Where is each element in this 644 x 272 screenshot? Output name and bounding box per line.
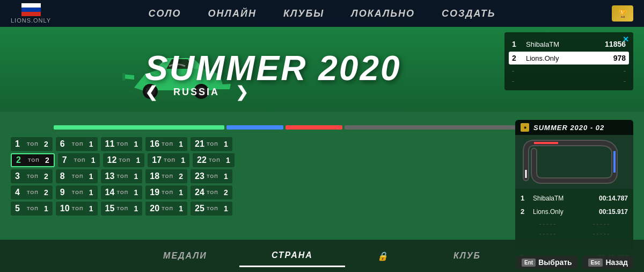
track-cell-17[interactable]: 17топ1 xyxy=(148,153,189,167)
score-dash-1: -- xyxy=(509,66,629,76)
race-result-2: 2 Lions.Only 00:15.917 xyxy=(517,205,631,218)
nav-items: СОЛО ОНЛАЙН КЛУБЫ ЛОКАЛЬНО СОЗДАТЬ xyxy=(148,8,495,19)
close-button[interactable]: ✕ xyxy=(623,35,629,44)
grid-row-2: 2топ2 7топ1 12топ1 17топ1 22топ1 xyxy=(11,153,515,167)
track-cell-5[interactable]: 5топ1 xyxy=(11,202,53,216)
profile-icon[interactable]: 🏆 xyxy=(612,5,633,22)
track-cell-11[interactable]: 11топ1 xyxy=(101,137,143,151)
progress-bar-red xyxy=(286,125,342,130)
rr-name-2: Lions.Only xyxy=(533,208,599,216)
track-cell-16[interactable]: 16топ1 xyxy=(145,137,187,151)
action-select[interactable]: Ent Выбрать xyxy=(516,256,577,269)
score-row-1: 1 ShibalaTM 11856 xyxy=(509,38,629,51)
track-cell-9[interactable]: 9топ1 xyxy=(56,185,98,199)
rr-name-1: ShibalaTM xyxy=(533,195,599,202)
race-panel-title: SUMMER 2020 - 02 xyxy=(533,124,604,132)
race-panel-header: ★ SUMMER 2020 - 02 xyxy=(515,120,633,135)
tab-locked: 🔒 xyxy=(345,246,421,267)
brand-label: LIONS.ONLY xyxy=(11,17,51,24)
tab-medals[interactable]: МЕДАЛИ xyxy=(131,246,239,266)
nav-create[interactable]: СОЗДАТЬ xyxy=(442,8,495,19)
tab-club-label: КЛУБ xyxy=(453,251,481,261)
track-name: RUSSIA xyxy=(173,87,219,98)
grid-row-4: 4топ2 9топ1 14топ1 19топ1 24топ2 xyxy=(11,185,515,199)
score-pos-2: 2 xyxy=(512,54,523,62)
score-dash-2: -- xyxy=(509,76,629,86)
race-result-1: 1 ShibalaTM 00:14.787 xyxy=(517,192,631,204)
lock-icon: 🔒 xyxy=(377,251,389,261)
select-label: Выбрать xyxy=(538,258,572,267)
track-cell-8[interactable]: 8топ1 xyxy=(56,169,98,183)
track-cell-3[interactable]: 3топ2 xyxy=(11,169,53,183)
next-track-button[interactable]: ❯ xyxy=(236,83,248,101)
track-cell-4[interactable]: 4топ2 xyxy=(11,185,53,199)
logo: LIONS.ONLY xyxy=(11,3,51,24)
nav-local[interactable]: ЛОКАЛЬНО xyxy=(351,8,415,19)
esc-key: Esc xyxy=(588,259,603,267)
action-back[interactable]: Esc Назад xyxy=(583,256,633,269)
track-cell-1[interactable]: 1топ2 xyxy=(11,137,53,151)
track-cell-25[interactable]: 25топ1 xyxy=(191,202,232,216)
russian-flag xyxy=(21,3,41,16)
tab-country[interactable]: СТРАНА xyxy=(239,245,345,267)
track-cell-22[interactable]: 22топ1 xyxy=(193,153,235,167)
score-name-2: Lions.Only xyxy=(526,54,613,62)
score-row-2: 2 Lions.Only 978 xyxy=(509,52,629,65)
track-cell-2-current[interactable]: 2топ2 xyxy=(11,153,55,167)
tab-country-label: СТРАНА xyxy=(272,250,313,260)
banner-navigation: ❮ RUSSIA ❯ xyxy=(145,83,248,101)
rr-time-1: 00:14.787 xyxy=(599,195,628,202)
progress-bars xyxy=(54,125,515,130)
banner: SUMMER 2020 ❮ RUSSIA ❯ ✕ 1 ShibalaTM 118… xyxy=(0,27,644,112)
rr-pos-2: 2 xyxy=(521,207,530,216)
nav-online[interactable]: ОНЛАЙН xyxy=(208,8,257,19)
race-track-image: TRACKMANIA xyxy=(515,135,633,189)
scoreboard: ✕ 1 ShibalaTM 11856 2 Lions.Only 978 -- … xyxy=(504,32,633,90)
banner-title: SUMMER 2020 xyxy=(145,48,401,88)
tab-medals-label: МЕДАЛИ xyxy=(163,251,207,261)
nav-solo[interactable]: СОЛО xyxy=(148,8,181,19)
track-cell-12[interactable]: 12топ1 xyxy=(103,153,145,167)
grid-row-1: 1топ2 6топ1 11топ1 16топ1 21топ1 xyxy=(11,137,515,151)
race-panel-icon: ★ xyxy=(521,123,529,132)
enter-key: Ent xyxy=(522,259,536,267)
top-navigation: LIONS.ONLY СОЛО ОНЛАЙН КЛУБЫ ЛОКАЛЬНО СО… xyxy=(0,0,644,27)
rr-pos-1: 1 xyxy=(521,194,530,202)
score-pos-1: 1 xyxy=(512,40,523,48)
track-cell-14[interactable]: 14топ1 xyxy=(101,185,143,199)
progress-bar-green xyxy=(54,125,224,130)
track-cell-13[interactable]: 13топ1 xyxy=(101,169,143,183)
prev-track-button[interactable]: ❮ xyxy=(145,83,157,101)
action-bar: Ent Выбрать Esc Назад xyxy=(516,253,633,272)
track-cell-21[interactable]: 21топ1 xyxy=(191,137,232,151)
main-panel: SUMMER 2020 ❮ RUSSIA ❯ ✕ 1 ShibalaTM 118… xyxy=(0,27,644,272)
progress-bar-blue xyxy=(226,125,283,130)
track-cell-10[interactable]: 10топ1 xyxy=(56,202,98,216)
rr-time-2: 00:15.917 xyxy=(599,208,628,216)
track-cell-20[interactable]: 20топ1 xyxy=(145,202,187,216)
track-cell-24[interactable]: 24топ2 xyxy=(191,185,232,199)
track-cell-23[interactable]: 23топ1 xyxy=(191,169,232,183)
race-dash-1: - - - - - - - - - - xyxy=(517,219,631,228)
score-pts-2: 978 xyxy=(613,54,626,62)
track-cell-19[interactable]: 19топ1 xyxy=(145,185,187,199)
tab-club[interactable]: КЛУБ xyxy=(421,246,513,266)
race-dash-2: - - - - - - - - - - xyxy=(517,228,631,238)
track-cell-15[interactable]: 15топ1 xyxy=(101,202,143,216)
track-cell-18[interactable]: 18топ2 xyxy=(145,169,187,183)
progress-bar-gray xyxy=(345,125,515,130)
back-label: Назад xyxy=(605,258,628,267)
svg-rect-1 xyxy=(122,73,125,81)
track-cell-6[interactable]: 6топ1 xyxy=(56,137,98,151)
grid-row-3: 3топ2 8топ1 13топ1 18топ2 23топ1 xyxy=(11,169,515,183)
track-cell-7[interactable]: 7топ1 xyxy=(58,153,100,167)
score-name-1: ShibalaTM xyxy=(526,40,605,48)
grid-row-5: 5топ1 10топ1 15топ1 20топ1 25топ1 xyxy=(11,202,515,216)
nav-clubs[interactable]: КЛУБЫ xyxy=(283,8,324,19)
